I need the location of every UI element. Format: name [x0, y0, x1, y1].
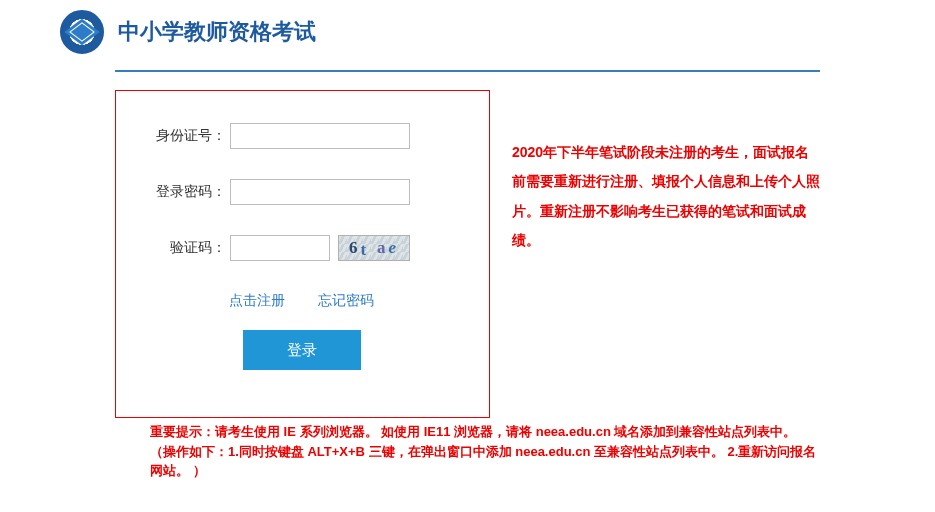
site-title: 中小学教师资格考试	[118, 17, 316, 47]
captcha-row: 验证码： 6t ae	[144, 235, 489, 261]
password-input[interactable]	[230, 179, 410, 205]
logo-icon	[64, 19, 99, 46]
captcha-image[interactable]: 6t ae	[338, 235, 410, 261]
login-form-box: 身份证号： 登录密码： 验证码： 6t ae 点击注册 忘记密码 登录	[115, 90, 490, 418]
main-content: 身份证号： 登录密码： 验证码： 6t ae 点击注册 忘记密码 登录 2020…	[0, 90, 935, 418]
submit-row: 登录	[144, 330, 489, 370]
footer-line1: 重要提示：请考生使用 IE 系列浏览器。 如使用 IE11 浏览器，请将 nee…	[150, 422, 820, 442]
side-notice: 2020年下半年笔试阶段未注册的考生，面试报名前需要重新进行注册、填报个人信息和…	[512, 90, 820, 418]
register-link[interactable]: 点击注册	[229, 292, 285, 308]
captcha-input[interactable]	[230, 235, 330, 261]
footer-line2: （操作如下：1.同时按键盘 ALT+X+B 三键，在弹出窗口中添加 neea.e…	[150, 442, 820, 481]
links-row: 点击注册 忘记密码	[144, 291, 489, 310]
captcha-label: 验证码：	[144, 239, 230, 257]
page-header: 中小学教师资格考试	[0, 0, 935, 64]
password-label: 登录密码：	[144, 183, 230, 201]
password-row: 登录密码：	[144, 179, 489, 205]
id-row: 身份证号：	[144, 123, 489, 149]
header-divider	[115, 70, 820, 72]
id-label: 身份证号：	[144, 127, 230, 145]
id-input[interactable]	[230, 123, 410, 149]
footer-notice: 重要提示：请考生使用 IE 系列浏览器。 如使用 IE11 浏览器，请将 nee…	[0, 418, 935, 481]
login-button[interactable]: 登录	[243, 330, 361, 370]
site-logo	[60, 10, 104, 54]
forgot-password-link[interactable]: 忘记密码	[318, 292, 374, 308]
